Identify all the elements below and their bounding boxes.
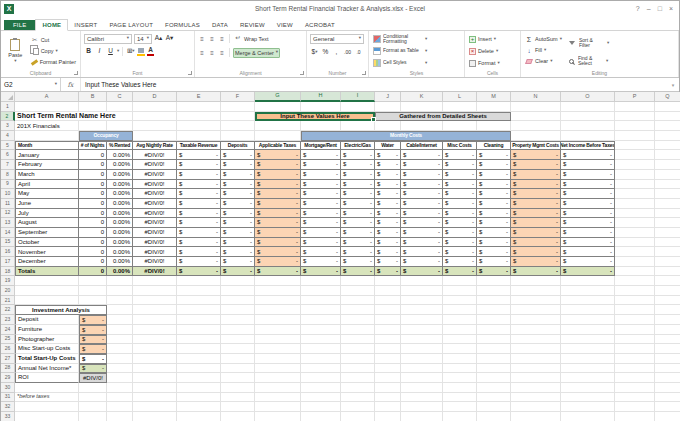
cell-B33[interactable] [79, 412, 107, 421]
cell-N20[interactable] [511, 286, 561, 296]
cell-P10[interactable] [615, 189, 655, 199]
cell-O22[interactable] [561, 305, 615, 315]
cell-I18[interactable]: $- [341, 267, 375, 277]
cell-M21[interactable] [477, 296, 511, 306]
cell-C33[interactable] [107, 412, 133, 421]
cell-C25[interactable] [107, 335, 133, 345]
cell-N25[interactable] [511, 335, 561, 345]
cell-J13[interactable]: $- [375, 218, 401, 228]
cell-M3[interactable] [477, 121, 511, 131]
cell-N2[interactable] [511, 112, 561, 122]
cell-L25[interactable] [443, 335, 477, 345]
cell-K6[interactable]: $- [401, 150, 443, 160]
cell-H12[interactable]: $- [301, 209, 341, 219]
cell-C19[interactable] [107, 276, 133, 286]
cell-G11[interactable]: $- [255, 199, 301, 209]
cell-N24[interactable] [511, 325, 561, 335]
cell-E4[interactable] [177, 131, 221, 141]
column-header-N[interactable]: N [511, 92, 561, 102]
cell-I24[interactable] [341, 325, 375, 335]
cell-Q21[interactable] [655, 296, 680, 306]
cell-C31[interactable] [107, 393, 133, 403]
cell-L6[interactable]: $- [443, 150, 477, 160]
cell-G31[interactable] [255, 393, 301, 403]
formula-input[interactable]: Input These Values Here [81, 78, 667, 91]
cell-P26[interactable] [615, 344, 655, 354]
cell-E19[interactable] [177, 276, 221, 286]
cell-O10[interactable]: $- [561, 189, 615, 199]
cell-B1[interactable] [79, 102, 107, 112]
cell-I17[interactable]: $- [341, 257, 375, 267]
cell-A18[interactable]: Totals [15, 267, 79, 277]
cell-D27[interactable] [133, 354, 177, 364]
cut-button[interactable]: ✂Cut [30, 35, 77, 45]
cell-F1[interactable] [221, 102, 255, 112]
format-cells-button[interactable]: Format▾ [468, 57, 501, 69]
comma-style-button[interactable]: , [332, 48, 341, 58]
cell-O7[interactable]: $- [561, 160, 615, 170]
cell-C15[interactable]: 0.00% [107, 238, 133, 248]
cell-M15[interactable]: $- [477, 238, 511, 248]
cell-K7[interactable]: $- [401, 160, 443, 170]
font-name-combo[interactable]: Calibri▾ [84, 34, 132, 44]
cell-K12[interactable]: $- [401, 209, 443, 219]
cell-J14[interactable]: $- [375, 228, 401, 238]
cell-G22[interactable] [255, 305, 301, 315]
cell-D28[interactable] [133, 364, 177, 374]
format-painter-button[interactable]: Format Painter [30, 57, 77, 67]
cell-D29[interactable] [133, 373, 177, 383]
cell-F26[interactable] [221, 344, 255, 354]
cell-Q22[interactable] [655, 305, 680, 315]
cell-N6[interactable]: $- [511, 150, 561, 160]
align-right-icon[interactable]: ≡ [218, 50, 226, 56]
cell-O31[interactable] [561, 393, 615, 403]
cell-E24[interactable] [177, 325, 221, 335]
cell-E28[interactable] [177, 364, 221, 374]
cell-D6[interactable]: #DIV/0! [133, 150, 177, 160]
cell-M17[interactable]: $- [477, 257, 511, 267]
cell-A3[interactable]: 201X Financials [15, 121, 79, 131]
cell-O24[interactable] [561, 325, 615, 335]
row-header-6[interactable]: 6 [1, 150, 15, 160]
cell-Q4[interactable] [655, 131, 680, 141]
cell-H6[interactable]: $- [301, 150, 341, 160]
cell-H5[interactable]: Mortgage/Rent [301, 141, 341, 151]
cell-F3[interactable] [221, 121, 255, 131]
help-button[interactable]: ? [636, 5, 640, 12]
cell-A14[interactable]: September [15, 228, 79, 238]
cell-A30[interactable] [15, 383, 79, 393]
cell-A16[interactable]: November [15, 247, 79, 257]
cell-A27[interactable]: Total Start-Up Costs [15, 354, 79, 364]
cell-F11[interactable]: $- [221, 199, 255, 209]
cell-F31[interactable] [221, 393, 255, 403]
cell-B8[interactable]: 0 [79, 170, 107, 180]
name-box[interactable]: G2▾ [1, 78, 61, 91]
column-header-O[interactable]: O [561, 92, 615, 102]
cell-F25[interactable] [221, 335, 255, 345]
fill-button[interactable]: ↓Fill▾ [524, 45, 563, 55]
fill-color-button[interactable] [137, 48, 145, 56]
cell-O14[interactable]: $- [561, 228, 615, 238]
cell-N16[interactable]: $- [511, 247, 561, 257]
cell-I21[interactable] [341, 296, 375, 306]
cell-B19[interactable] [79, 276, 107, 286]
cell-C6[interactable]: 0.00% [107, 150, 133, 160]
cell-J19[interactable] [375, 276, 401, 286]
column-header-J[interactable]: J [375, 92, 401, 102]
cell-A22[interactable]: Investment Analysis [15, 305, 107, 315]
cell-G7[interactable]: $- [255, 160, 301, 170]
cell-M11[interactable]: $- [477, 199, 511, 209]
cell-M20[interactable] [477, 286, 511, 296]
cell-L22[interactable] [443, 305, 477, 315]
cell-Q10[interactable] [655, 189, 680, 199]
cell-J16[interactable]: $- [375, 247, 401, 257]
cell-G15[interactable]: $- [255, 238, 301, 248]
cell-Q1[interactable] [655, 102, 680, 112]
row-header-2[interactable]: 2 [1, 112, 15, 122]
cell-J9[interactable]: $- [375, 180, 401, 190]
cell-M24[interactable] [477, 325, 511, 335]
cell-P11[interactable] [615, 199, 655, 209]
cell-B20[interactable] [79, 286, 107, 296]
cell-K15[interactable]: $- [401, 238, 443, 248]
row-header-4[interactable]: 4 [1, 131, 15, 141]
